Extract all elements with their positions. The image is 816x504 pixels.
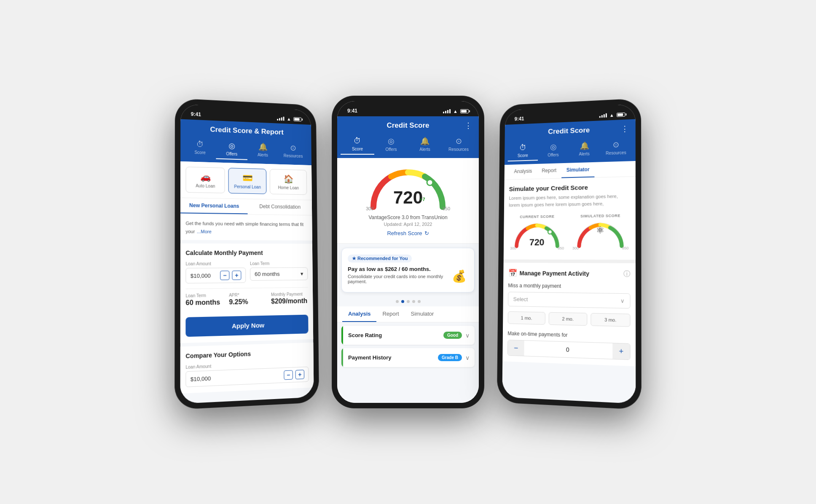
loan-amount-minus[interactable]: − (220, 271, 229, 280)
p3-nav-resources[interactable]: ⊙ Resources (600, 137, 632, 159)
alerts-icon: 🔔 (258, 142, 268, 151)
score-rating-row[interactable]: Score Rating Good ∨ (341, 326, 475, 345)
p3-alerts-icon: 🔔 (580, 141, 589, 150)
p2-nav-score-label: Score (352, 147, 363, 151)
loan-amount-input[interactable]: $10,000 − + (185, 268, 246, 284)
sim-report-label: Report (542, 167, 556, 174)
sim-simulator-label: Simulator (566, 166, 590, 173)
simulated-score-label: SIMULATED SCORE (571, 213, 630, 218)
select-chevron-icon: ∨ (620, 298, 625, 304)
analysis-tab-report[interactable]: Report (376, 306, 405, 322)
sim-desc: Lorem ipsum goes here, some explanation … (509, 193, 630, 209)
p2-nav-offers[interactable]: ◎ Offers (374, 134, 408, 155)
rec-payment-text: Pay as low as $262 / 60 months. (348, 266, 450, 272)
phone2-menu-icon[interactable]: ⋮ (464, 121, 472, 130)
miss-payment-select[interactable]: Select ∨ (508, 292, 631, 308)
payment-history-name: Payment History (348, 354, 438, 361)
score-section: 720 +7 300 850 VantageScore 3.0 from Tra… (337, 158, 479, 244)
compare-loan-input[interactable]: $10,000 − + (185, 367, 309, 387)
sim-score-min: 300 (572, 246, 579, 250)
month-opt-3[interactable]: 3 mo. (591, 313, 630, 327)
loan-type-selector: 🚗 Auto Loan 💳 Personal Loan 🏠 Home Loan (180, 161, 312, 200)
phone3-time: 9:41 (515, 116, 524, 122)
sub-tab-debt[interactable]: Debt Consolidation (247, 199, 312, 215)
nav-offers-label: Offers (226, 151, 237, 156)
phone2-nav: ⏱ Score ◎ Offers 🔔 Alerts ⊙ Resources (337, 134, 479, 158)
loan-type-home[interactable]: 🏠 Home Loan (270, 169, 307, 195)
info-icon[interactable]: ⓘ (623, 269, 631, 279)
p3-score-icon: ⏱ (519, 143, 526, 152)
result-payment: Monthly Payment $209/month (271, 292, 308, 305)
more-link[interactable]: ...More (197, 229, 212, 234)
phone2-header: Credit Score ⋮ (337, 116, 479, 134)
month-opt-1[interactable]: 1 mo. (508, 311, 545, 325)
p3-nav-score[interactable]: ⏱ Score (508, 140, 538, 161)
sub-tab-new-label: New Personal Loans (189, 202, 239, 209)
offer-description-area: Get the funds you need with simple finan… (180, 214, 312, 240)
nav-tab-alerts[interactable]: 🔔 Alerts (247, 139, 278, 161)
result-apr-label: APR* (229, 292, 267, 298)
score-updated: Updated: April 12, 2022 (384, 222, 432, 227)
sim-tab-simulator[interactable]: Simulator (561, 162, 595, 178)
payment-history-row[interactable]: Payment History Grade B ∨ (341, 348, 475, 367)
sub-tab-new[interactable]: New Personal Loans (180, 198, 247, 214)
select-placeholder: Select (513, 296, 528, 302)
loan-type-auto[interactable]: 🚗 Auto Loan (185, 166, 225, 193)
phone1-time: 9:41 (191, 111, 201, 118)
sim-tab-report[interactable]: Report (537, 163, 562, 179)
payment-history-card: Payment History Grade B ∨ (341, 348, 475, 367)
nav-alerts-label: Alerts (258, 153, 268, 158)
nav-tab-score[interactable]: ⏱ Score (184, 137, 216, 159)
p3-nav-offers[interactable]: ◎ Offers (538, 139, 569, 161)
ontime-value: 0 (524, 342, 612, 357)
phone1-title: Credit Score & Report (210, 126, 283, 137)
p3-resources-label: Resources (606, 150, 626, 156)
month-opt-2[interactable]: 2 mo. (549, 312, 588, 326)
result-payment-value: $209/month (271, 297, 308, 305)
payment-history-chevron-icon: ∨ (465, 354, 470, 361)
compare-loan-minus[interactable]: − (284, 370, 293, 380)
compare-loan-plus[interactable]: + (295, 370, 304, 379)
p2-nav-alerts[interactable]: 🔔 Alerts (408, 134, 442, 155)
carousel-dots (337, 297, 479, 306)
gauge-min-label: 300 (366, 206, 373, 211)
p2-offers-icon: ◎ (388, 137, 395, 146)
analysis-tab-analysis[interactable]: Analysis (342, 306, 376, 322)
sim-tab-analysis[interactable]: Analysis (509, 164, 537, 180)
loan-amount-plus[interactable]: + (232, 271, 241, 280)
loan-amount-field: Loan Amount $10,000 − + (185, 261, 246, 284)
nav-tab-offers[interactable]: ◎ Offers (216, 138, 247, 160)
score-rating-card: Score Rating Good ∨ (341, 326, 475, 345)
compare-section: Compare Your Options Loan Amount $10,000… (180, 343, 314, 394)
nav-tab-resources[interactable]: ⊙ Resources (278, 140, 309, 162)
phone1-wrapper: 9:41 ▲ (175, 99, 319, 409)
phone3-content: Analysis Report Simulator Simulate your … (502, 161, 636, 404)
p2-nav-resources[interactable]: ⊙ Resources (442, 134, 475, 155)
month-2-label: 2 mo. (562, 316, 574, 322)
phone3-wifi-icon: ▲ (609, 113, 614, 118)
phone3-nav: ⏱ Score ◎ Offers 🔔 Alerts ⊙ Resources (505, 137, 636, 165)
ontime-minus-button[interactable]: − (508, 340, 524, 356)
p3-nav-alerts[interactable]: 🔔 Alerts (569, 138, 600, 160)
analysis-tab-simulator[interactable]: Simulator (405, 306, 440, 322)
manage-header: 📅 Manage Payment Activity ⓘ (508, 268, 631, 279)
loan-term-select[interactable]: 60 months ▾ (250, 267, 308, 281)
result-payment-label: Monthly Payment (271, 292, 308, 297)
simulator-tab-label: Simulator (411, 311, 434, 317)
phone3-menu-icon[interactable]: ⋮ (621, 124, 628, 134)
apply-now-button[interactable]: Apply Now (185, 315, 308, 337)
result-apr: APR* 9.25% (229, 292, 267, 306)
personal-label: Personal Loan (234, 184, 261, 189)
refresh-score-button[interactable]: Refresh Score ↻ (387, 230, 429, 236)
loan-type-personal[interactable]: 💳 Personal Loan (228, 168, 267, 194)
loan-term-field: Loan Term 60 months ▾ (250, 261, 308, 283)
analysis-tabs: Analysis Report Simulator (337, 306, 479, 322)
ontime-plus-button[interactable]: + (612, 343, 630, 360)
loan-term-value: 60 months (255, 271, 280, 277)
manage-payment-section: 📅 Manage Payment Activity ⓘ Miss a month… (502, 263, 636, 366)
phone2: 9:41 ▲ (332, 96, 484, 408)
payment-history-badge: Grade B (438, 354, 462, 361)
p2-nav-offers-label: Offers (385, 147, 397, 152)
simulator-content: Simulate your Credit Score Lorem ipsum g… (504, 177, 636, 263)
p2-nav-score[interactable]: ⏱ Score (341, 134, 374, 155)
